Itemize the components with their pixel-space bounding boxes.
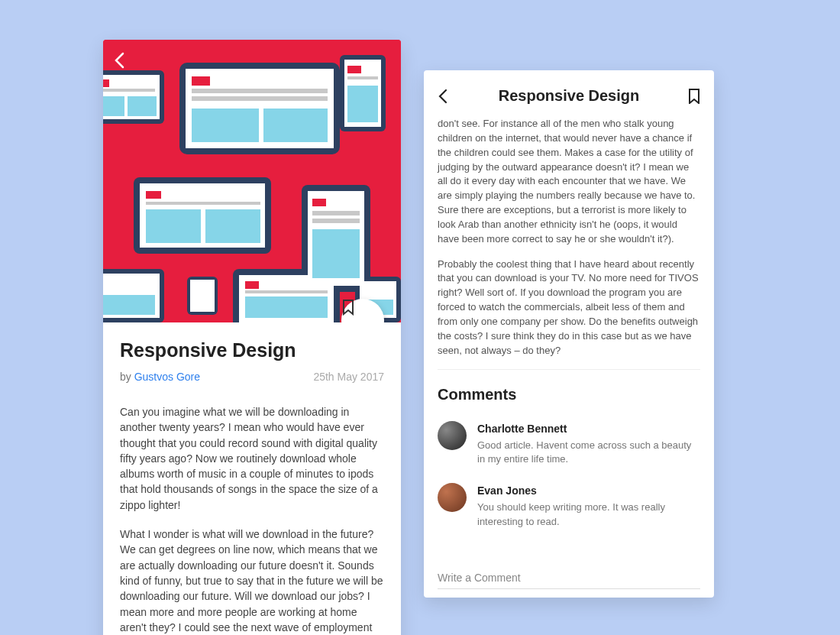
svg-rect-33 [146, 191, 161, 199]
article-meta: by Gustvos Gore 25th May 2017 [120, 371, 384, 383]
svg-rect-20 [128, 96, 157, 116]
svg-rect-23 [347, 86, 378, 122]
scroll-body[interactable]: don't see. For instance all of the men w… [424, 117, 714, 598]
divider [438, 369, 700, 370]
back-button[interactable] [438, 88, 454, 105]
avatar[interactable] [438, 421, 467, 450]
svg-rect-37 [192, 89, 328, 93]
svg-rect-34 [312, 199, 326, 206]
svg-rect-32 [347, 66, 361, 73]
comment-item: Evan Jones You should keep writing more.… [438, 483, 700, 529]
svg-rect-22 [263, 109, 328, 142]
devices-illustration [103, 40, 401, 322]
svg-rect-25 [205, 209, 260, 243]
svg-rect-40 [146, 202, 260, 205]
author-link[interactable]: Gustvos Gore [134, 371, 200, 383]
comment-input[interactable] [438, 567, 700, 589]
svg-rect-43 [245, 290, 328, 293]
svg-rect-31 [192, 76, 210, 86]
svg-rect-35 [245, 281, 259, 289]
svg-rect-21 [192, 109, 259, 142]
article-p1: Can you imagine what we will be download… [120, 404, 384, 513]
svg-rect-16 [190, 280, 215, 312]
svg-rect-36 [103, 89, 155, 92]
svg-rect-30 [103, 79, 109, 87]
svg-rect-41 [312, 211, 360, 215]
bookmark-button[interactable] [683, 89, 700, 104]
svg-rect-38 [192, 96, 328, 101]
article-p1: don't see. For instance all of the men w… [438, 117, 700, 247]
article-p2: Probably the coolest thing that I have h… [438, 258, 700, 358]
comment-item: Charlotte Bennett Good article. Havent c… [438, 421, 700, 467]
comment-text: You should keep writing more. It was rea… [477, 501, 700, 528]
svg-rect-19 [103, 96, 124, 116]
article-date: 25th May 2017 [313, 371, 384, 383]
by-label: by [120, 371, 134, 383]
header: Responsive Design [424, 70, 714, 117]
bookmark-icon [341, 299, 355, 316]
avatar[interactable] [438, 483, 467, 512]
svg-rect-26 [312, 229, 360, 278]
comments-screen: Responsive Design don't see. For instanc… [424, 70, 714, 598]
article-p2: What I wonder is what will we download i… [120, 526, 384, 635]
article-body: Responsive Design by Gustvos Gore 25th M… [103, 322, 401, 635]
bookmark-icon [688, 89, 700, 104]
commenter-name: Charlotte Bennett [477, 421, 700, 436]
article-screen: Responsive Design by Gustvos Gore 25th M… [103, 40, 401, 635]
svg-rect-42 [312, 219, 360, 223]
article-title: Responsive Design [120, 339, 384, 361]
svg-rect-39 [347, 76, 378, 79]
comments-heading: Comments [438, 384, 700, 406]
hero-image [103, 40, 401, 322]
comment-text: Good article. Havent come across such a … [477, 439, 700, 466]
header-title: Responsive Design [454, 87, 683, 105]
svg-rect-28 [245, 296, 328, 318]
svg-rect-27 [103, 295, 155, 315]
svg-rect-24 [146, 209, 201, 243]
commenter-name: Evan Jones [477, 483, 700, 498]
